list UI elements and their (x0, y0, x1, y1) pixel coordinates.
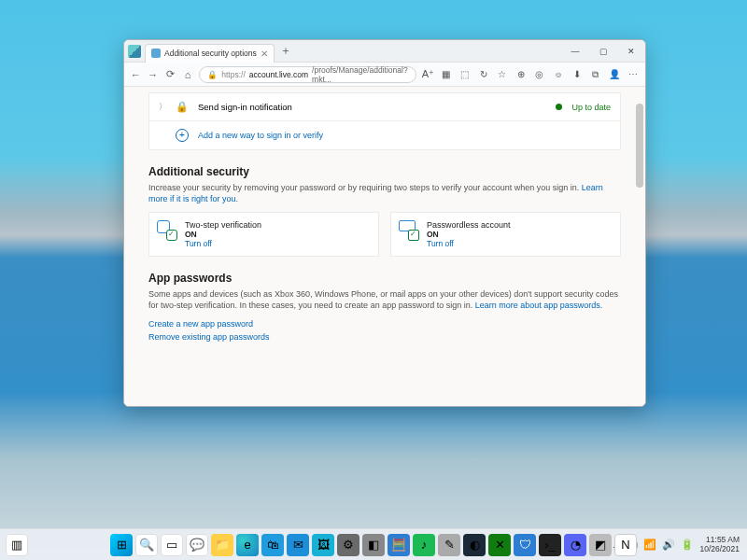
lock-icon: 🔒 (176, 101, 189, 113)
volume-icon[interactable]: 🔊 (662, 539, 675, 551)
status-dot-icon (556, 104, 562, 110)
plus-circle-icon: + (176, 129, 189, 142)
chevron-right-icon: 〉 (159, 101, 166, 113)
app-icon-1[interactable]: ◧ (362, 534, 385, 556)
app-icon-5[interactable]: N (614, 534, 637, 556)
passwordless-account-card[interactable]: Passwordless account ON Turn off (390, 212, 621, 257)
taskview-button[interactable]: ▭ (161, 534, 183, 556)
security-icon[interactable]: 🛡 (514, 534, 536, 556)
add-signin-method-row[interactable]: + Add a new way to sign in or verify (149, 120, 620, 149)
browser-window: Additional security options ✕ ＋ — ▢ ✕ ← … (123, 39, 646, 407)
ext2-icon[interactable]: ⬚ (458, 69, 472, 80)
app-icon-3[interactable]: ✎ (438, 534, 460, 556)
home-button[interactable]: ⌂ (182, 69, 194, 80)
store-icon[interactable]: 🛍 (261, 534, 284, 556)
steam-icon[interactable]: ◐ (463, 534, 486, 556)
search-button[interactable]: 🔍 (135, 534, 158, 556)
taskbar: ▥ ⊞ 🔍 ▭ 💬 📁 e 🛍 ✉ 🖼 ⚙ ◧ 🧮 ♪ ✎ ◐ ✕ 🛡 ›_ ◔… (0, 528, 747, 560)
browser-toolbar: ← → ⟳ ⌂ 🔒 https://account.live.com/proof… (124, 63, 645, 87)
close-button[interactable]: ✕ (617, 40, 645, 63)
widgets-button[interactable]: ▥ (6, 534, 28, 556)
signin-notification-row[interactable]: 〉 🔒 Send sign-in notification Up to date (149, 93, 620, 120)
tab-title: Additional security options (164, 49, 257, 58)
edge-icon[interactable]: e (236, 534, 259, 556)
additional-security-heading: Additional security (148, 165, 621, 178)
page-content: 〉 🔒 Send sign-in notification Up to date… (124, 87, 645, 406)
app-passwords-learn-link[interactable]: Learn more about app passwords. (475, 301, 603, 310)
security-cards: Two-step verification ON Turn off Passwo… (148, 212, 621, 257)
scrollbar-thumb[interactable] (636, 104, 643, 188)
desktop: Additional security options ✕ ＋ — ▢ ✕ ← … (0, 0, 747, 560)
sync-icon[interactable]: ↻ (477, 69, 490, 80)
add-signin-label: Add a new way to sign in or verify (198, 131, 323, 140)
maximize-button[interactable]: ▢ (589, 40, 617, 63)
two-step-icon (157, 220, 177, 241)
tab-favicon (151, 49, 161, 58)
taskbar-center: ⊞ 🔍 ▭ 💬 📁 e 🛍 ✉ 🖼 ⚙ ◧ 🧮 ♪ ✎ ◐ ✕ 🛡 ›_ ◔ ◩… (110, 534, 637, 556)
additional-security-desc: Increase your security by removing your … (148, 182, 621, 204)
signin-methods-card: 〉 🔒 Send sign-in notification Up to date… (148, 92, 621, 150)
app-passwords-desc: Some apps and devices (such as Xbox 360,… (148, 288, 621, 311)
app-icon-2[interactable]: 🧮 (388, 534, 410, 556)
spotify-icon[interactable]: ♪ (413, 534, 435, 556)
passwordless-icon (399, 220, 419, 241)
passwordless-turnoff-link[interactable]: Turn off (427, 239, 511, 248)
passwordless-state: ON (427, 230, 511, 239)
ext3-icon[interactable]: ◎ (533, 69, 546, 80)
signin-notification-label: Send sign-in notification (198, 102, 292, 112)
forward-button[interactable]: → (148, 69, 160, 80)
reader-icon[interactable]: A⁺ (422, 68, 434, 80)
titlebar[interactable]: Additional security options ✕ ＋ — ▢ ✕ (124, 40, 645, 63)
scrollbar[interactable] (636, 92, 643, 400)
remove-app-passwords-link[interactable]: Remove existing app passwords (148, 332, 621, 342)
collections-icon[interactable]: ⊕ (514, 69, 528, 80)
profile-icon[interactable]: 👤 (608, 69, 621, 80)
ext5-icon[interactable]: ⧉ (589, 69, 602, 80)
address-bar[interactable]: 🔒 https://account.live.com/proofs/Manage… (199, 66, 416, 83)
two-step-turnoff-link[interactable]: Turn off (185, 239, 261, 248)
edge-app-icon (128, 45, 141, 58)
window-controls: — ▢ ✕ (561, 40, 645, 63)
chat-button[interactable]: 💬 (186, 534, 208, 556)
ext1-icon[interactable]: ▦ (440, 69, 453, 80)
clock[interactable]: 11:55 AM 10/26/2021 (699, 536, 740, 553)
settings-icon[interactable]: ⚙ (337, 534, 359, 556)
file-explorer-icon[interactable]: 📁 (211, 534, 233, 556)
two-step-state: ON (185, 230, 261, 239)
date-text: 10/26/2021 (699, 545, 740, 553)
two-step-verification-card[interactable]: Two-step verification ON Turn off (148, 212, 379, 257)
photos-icon[interactable]: 🖼 (312, 534, 334, 556)
app-passwords-heading: App passwords (148, 272, 621, 285)
menu-icon[interactable]: ⋯ (627, 69, 640, 80)
url-host: account.live.com (249, 70, 308, 79)
back-button[interactable]: ← (130, 69, 142, 80)
create-app-password-link[interactable]: Create a new app password (148, 319, 621, 329)
mail-icon[interactable]: ✉ (287, 534, 309, 556)
url-path: /proofs/Manage/additional?mkt... (312, 65, 408, 84)
minimize-button[interactable]: — (561, 40, 589, 63)
xbox-icon[interactable]: ✕ (488, 534, 511, 556)
lock-icon: 🔒 (207, 70, 218, 79)
browser-tab[interactable]: Additional security options ✕ (145, 44, 275, 63)
two-step-title: Two-step verification (185, 220, 261, 230)
ext4-icon[interactable]: ⌾ (552, 69, 565, 80)
favorites-icon[interactable]: ☆ (496, 69, 509, 80)
app-icon-4[interactable]: ◩ (589, 534, 612, 556)
discord-icon[interactable]: ◔ (564, 534, 586, 556)
battery-icon[interactable]: 🔋 (681, 539, 694, 551)
refresh-button[interactable]: ⟳ (164, 68, 176, 80)
toolbar-right-icons: ▦ ⬚ ↻ ☆ ⊕ ◎ ⌾ ⬇ ⧉ 👤 ⋯ (440, 69, 640, 80)
terminal-icon[interactable]: ›_ (539, 534, 561, 556)
status-text: Up to date (571, 103, 611, 112)
start-button[interactable]: ⊞ (110, 534, 133, 556)
downloads-icon[interactable]: ⬇ (571, 69, 584, 80)
passwordless-title: Passwordless account (427, 220, 511, 230)
tab-close-icon[interactable]: ✕ (261, 49, 268, 59)
new-tab-button[interactable]: ＋ (280, 43, 291, 59)
wifi-icon[interactable]: 📶 (643, 539, 656, 551)
